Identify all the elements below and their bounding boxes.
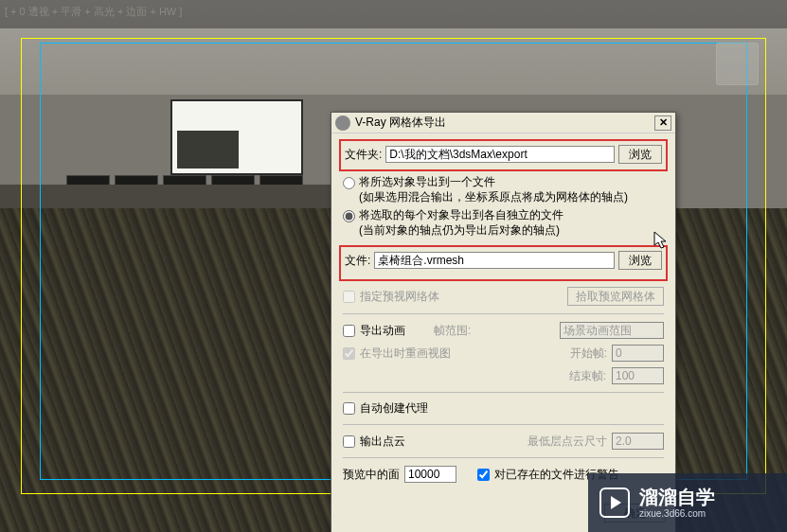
radio-separate-files[interactable] [343, 210, 355, 222]
browse-folder-button[interactable]: 浏览 [618, 145, 662, 164]
radio-separate-label: 将选取的每个对象导出到各自独立的文件 [359, 208, 563, 223]
start-frame-input [612, 345, 664, 362]
viewport-label[interactable]: [ + 0 透视 + 平滑 + 高光 + 边面 + HW ] [5, 5, 182, 19]
auto-proxy-checkbox[interactable] [343, 402, 355, 415]
redraw-viewport-checkbox [343, 347, 355, 360]
warn-existing-checkbox[interactable] [477, 469, 490, 481]
watermark-text: 溜溜自学 [639, 488, 715, 506]
pointcloud-label: 输出点云 [360, 434, 405, 450]
frame-range-dropdown [560, 322, 664, 339]
preview-net-label: 指定预视网络体 [360, 289, 439, 305]
preview-faces-input[interactable] [404, 466, 456, 483]
radio-single-hint: (如果选用混合输出，坐标系原点将成为网格体的轴点) [359, 190, 628, 205]
export-anim-label: 导出动画 [360, 323, 405, 339]
min-point-label: 最低层点云尺寸 [528, 434, 607, 450]
folder-input[interactable] [385, 146, 615, 163]
pointcloud-checkbox[interactable] [343, 435, 355, 448]
close-button[interactable]: ✕ [654, 115, 671, 131]
vray-icon [335, 115, 350, 131]
dialog-titlebar[interactable]: V-Ray 网格体导出 ✕ [331, 113, 675, 133]
browse-file-button[interactable]: 浏览 [618, 251, 662, 270]
radio-separate-hint: (当前对象的轴点仍为导出后对象的轴点) [359, 223, 563, 239]
pick-preview-grid-button: 拾取预览网格体 [567, 287, 664, 306]
end-frame-label: 结束帧: [569, 368, 606, 384]
radio-single-file[interactable] [343, 177, 355, 189]
watermark-url: zixue.3d66.com [639, 508, 715, 519]
redraw-viewport-label: 在导出时重画视图 [360, 346, 451, 362]
highlight-folder-section: 文件夹: 浏览 [339, 139, 668, 171]
auto-proxy-label: 自动创建代理 [360, 400, 428, 417]
preview-faces-label: 预览中的面 [343, 467, 400, 483]
folder-label: 文件夹: [345, 147, 382, 163]
watermark: 溜溜自学 zixue.3d66.com [588, 473, 787, 532]
radio-single-label: 将所选对象导出到一个文件 [359, 175, 628, 190]
preview-net-checkbox [343, 291, 355, 303]
start-frame-label: 开始帧: [570, 346, 607, 362]
file-label: 文件: [345, 253, 370, 269]
highlight-file-section: 文件: 浏览 [339, 245, 668, 281]
view-cube[interactable] [716, 43, 759, 85]
dialog-title: V-Ray 网格体导出 [355, 115, 654, 131]
min-point-input [612, 433, 664, 450]
end-frame-input [612, 367, 664, 384]
file-input[interactable] [374, 252, 615, 269]
export-anim-checkbox[interactable] [343, 325, 355, 337]
play-icon [599, 488, 630, 518]
vray-export-dialog: V-Ray 网格体导出 ✕ 文件夹: 浏览 将所选对象导出到一个文件 (如果选用… [331, 112, 676, 532]
frame-range-label: 帧范围: [434, 323, 471, 339]
